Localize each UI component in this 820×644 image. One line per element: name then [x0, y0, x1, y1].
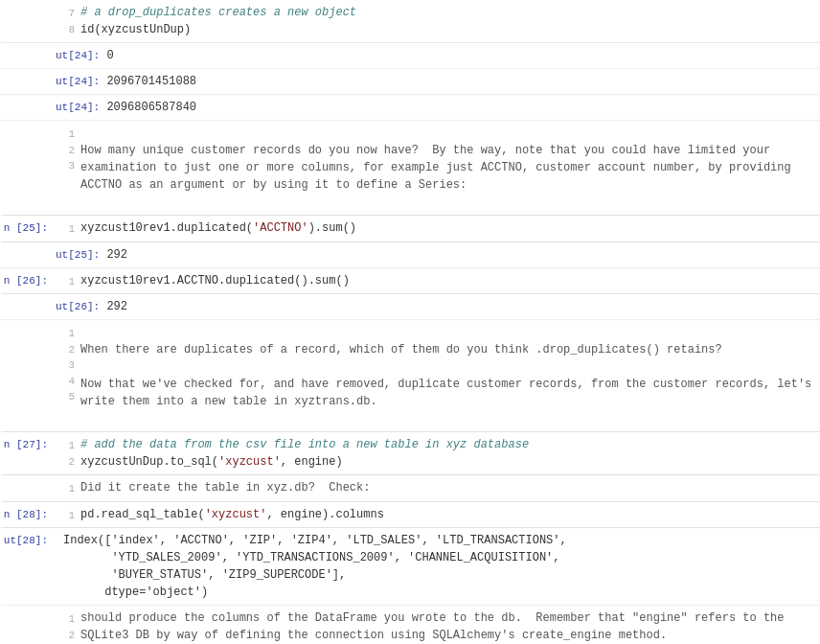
md-text-4a: should produce the columns of the DataFr…	[80, 610, 812, 644]
output-row-0: ut[24]: 0	[0, 43, 820, 69]
output-value-26: 292	[106, 300, 127, 313]
output-25: ut[25]: 292	[0, 242, 820, 268]
output-value-1: 2096701451088	[106, 75, 196, 88]
markdown-cell-3: 1 Did it create the table in xyz.db? Che…	[0, 475, 820, 502]
cell-label-28: n [28]:	[3, 502, 56, 528]
input-cell-26: n [26]: 1 xyzcust10rev1.ACCTNO.duplicate…	[0, 268, 820, 295]
notebook: 7 8 # a drop_duplicates creates a new ob…	[0, 0, 820, 644]
input-cell-25: n [25]: 1 xyzcust10rev1.duplicated('ACCT…	[0, 216, 820, 242]
output-text-28: Index(['index', 'ACCTNO', 'ZIP', 'ZIP4',…	[63, 532, 812, 601]
cell-label-27: n [27]:	[3, 432, 56, 474]
code-line-27-2: xyzcustUnDup.to_sql('xyzcust', engine)	[80, 453, 812, 471]
code-cell-top: 7 8 # a drop_duplicates creates a new ob…	[0, 0, 820, 43]
output-cell-28: ut[28]: Index(['index', 'ACCTNO', 'ZIP',…	[0, 528, 820, 606]
md-gutter-1	[3, 121, 56, 215]
markdown-cell-1: 1 2 3 How many unique customer records d…	[0, 121, 820, 216]
output-value-0: 0	[106, 49, 113, 62]
output-label-25: ut[25]:	[56, 249, 100, 261]
markdown-cell-2: 1 2 3 4 5 When there are duplicates of a…	[0, 320, 820, 432]
code-area-top: 7 8 # a drop_duplicates creates a new ob…	[63, 4, 812, 38]
md-gutter-4	[3, 606, 56, 644]
code-line-28: pd.read_sql_table('xyzcust', engine).col…	[80, 506, 812, 523]
output-row-2: ut[24]: 2096806587840	[0, 95, 820, 121]
md-text-3: Did it create the table in xyz.db? Check…	[80, 479, 812, 496]
cell-label-25: n [25]:	[3, 216, 56, 242]
output-26: ut[26]: 292	[0, 294, 820, 320]
output-value-2: 2096806587840	[106, 101, 196, 114]
code-text: id(xyzcustUnDup)	[80, 23, 191, 36]
output-label-0: ut[24]:	[56, 50, 100, 61]
md-gutter-2	[3, 320, 56, 431]
input-cell-28: n [28]: 1 pd.read_sql_table('xyzcust', e…	[0, 502, 820, 529]
code-comment: # a drop_duplicates creates a new object	[80, 6, 356, 19]
output-row-1: ut[24]: 2096701451088	[0, 69, 820, 95]
output-label-28: ut[28]:	[3, 528, 56, 605]
output-label-2: ut[24]:	[56, 102, 100, 113]
code-line-26: xyzcust10rev1.ACCTNO.duplicated().sum()	[80, 272, 812, 289]
markdown-cell-4: 1 2 3 4 should produce the columns of th…	[0, 606, 820, 644]
cell-label-top	[3, 0, 56, 42]
output-value-25: 292	[106, 248, 127, 262]
md-gutter-3	[3, 475, 56, 501]
input-cell-27: n [27]: 1 2 # add the data from the csv …	[0, 432, 820, 475]
output-label-1: ut[24]:	[56, 76, 100, 87]
cell-label-26: n [26]:	[3, 268, 56, 294]
code-line-25: xyzcust10rev1.duplicated('ACCTNO').sum()	[80, 219, 812, 237]
md-text-2a: When there are duplicates of a record, w…	[80, 341, 812, 358]
code-line-27-1: # add the data from the csv file into a …	[80, 436, 812, 453]
md-text-1: How many unique customer records do you …	[80, 142, 812, 194]
output-label-26: ut[26]:	[56, 301, 100, 312]
md-text-2b: Now that we've checked for, and have rem…	[80, 376, 812, 410]
